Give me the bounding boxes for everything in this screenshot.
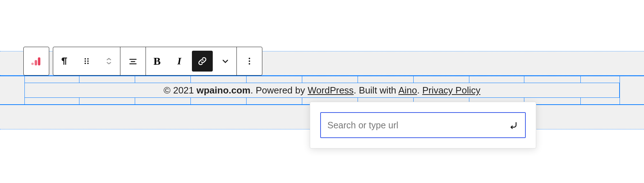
italic-icon: I (178, 55, 181, 67)
svg-point-13 (249, 60, 250, 62)
svg-rect-1 (35, 60, 37, 65)
align-button[interactable] (120, 47, 146, 76)
svg-point-4 (87, 58, 89, 60)
link-url-input[interactable] (327, 120, 509, 131)
svg-point-14 (249, 63, 250, 64)
selection-line-top (0, 76, 644, 76)
toolbar-group-block-icon (23, 47, 49, 76)
site-name: wpaino.com (197, 85, 250, 96)
paragraph-block[interactable]: © 2021 wpaino.com. Powered by WordPress.… (24, 83, 620, 98)
more-formatting-button[interactable] (214, 47, 236, 76)
kebab-icon (244, 56, 255, 67)
svg-point-7 (84, 63, 86, 64)
move-updown-button[interactable] (98, 47, 120, 76)
bold-button[interactable]: B (146, 47, 168, 76)
chevron-down-icon (220, 56, 231, 67)
more-options-button[interactable] (237, 47, 262, 76)
block-toolbar: B I (23, 47, 262, 76)
svg-rect-2 (38, 58, 41, 66)
aino-link[interactable]: Aino (398, 85, 417, 96)
svg-point-8 (87, 63, 89, 64)
built-with-prefix: . Built with (354, 85, 398, 96)
align-center-icon (128, 56, 138, 67)
powered-by-prefix: . Powered by (250, 85, 308, 96)
link-input-container (320, 112, 526, 138)
pilcrow-icon (59, 56, 70, 67)
bold-icon: B (153, 55, 161, 67)
link-popover (310, 102, 536, 148)
svg-point-12 (249, 58, 250, 59)
link-button[interactable] (192, 51, 213, 72)
wordpress-link[interactable]: WordPress (308, 85, 354, 96)
svg-point-6 (87, 60, 89, 62)
footer-text[interactable]: © 2021 wpaino.com. Powered by WordPress.… (164, 85, 480, 96)
drag-handle-icon (81, 56, 92, 67)
svg-point-5 (84, 60, 86, 62)
link-icon (197, 56, 208, 67)
chevrons-updown-icon (104, 56, 114, 67)
block-type-button[interactable] (24, 47, 49, 76)
privacy-policy-link[interactable]: Privacy Policy (422, 85, 480, 96)
paragraph-block-button[interactable] (53, 47, 75, 76)
svg-point-0 (31, 63, 34, 65)
submit-enter-icon[interactable] (509, 120, 519, 130)
aino-logo-icon (30, 55, 43, 68)
italic-button[interactable]: I (168, 47, 190, 76)
toolbar-group-main: B I (53, 47, 262, 76)
svg-point-3 (84, 58, 86, 60)
copyright-prefix: © 2021 (164, 85, 196, 96)
privacy-prefix: . (417, 85, 422, 96)
drag-handle-button[interactable] (75, 47, 98, 76)
